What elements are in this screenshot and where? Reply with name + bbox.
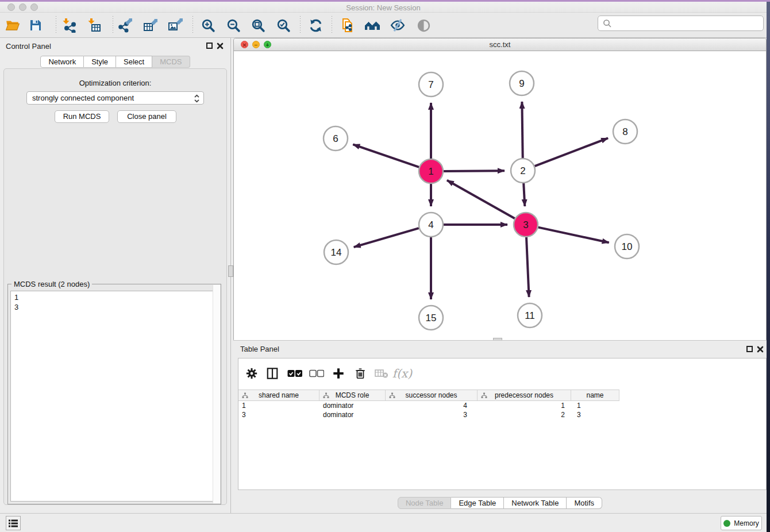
export-image-button[interactable] [167,17,183,33]
graph-node-10[interactable]: 10 [615,234,639,259]
graph-edge-2-8[interactable] [535,138,609,166]
graph-node-7[interactable]: 7 [419,72,443,97]
hide-selected-button[interactable] [390,17,406,33]
list-icon [8,519,18,528]
graph-edge-4-14[interactable] [354,228,419,247]
table-settings-button[interactable] [244,366,259,381]
first-neighbors-button[interactable] [364,17,380,33]
export-network-button[interactable] [117,17,133,33]
network-canvas[interactable]: 7968124314101511 [234,51,766,340]
graph-edge-3-11[interactable] [526,237,529,297]
save-session-button[interactable] [28,17,44,33]
column-header-MCDS-role[interactable]: MCDS role [319,390,386,400]
window-titlebar: Session: New Session [0,2,767,13]
column-header-shared-name[interactable]: shared name [238,390,319,400]
tab-network[interactable]: Network [40,56,84,68]
graph-node-2[interactable]: 2 [511,159,535,183]
control-panel-close-button[interactable] [217,43,224,49]
table-cell[interactable]: dominator [319,410,386,419]
table-cell[interactable]: 2 [478,410,571,419]
zoom-selected-button[interactable] [275,17,291,33]
deselect-all-button[interactable] [309,366,324,381]
graph-node-14[interactable]: 14 [324,240,348,264]
table-cell[interactable]: 1 [478,401,571,410]
column-header-predecessor-nodes[interactable]: predecessor nodes [478,390,571,400]
open-session-button[interactable] [5,17,21,33]
table-cell[interactable]: 1 [571,401,619,410]
select-all-button[interactable] [287,366,302,381]
import-table-icon [87,18,102,33]
graph-edge-3-10[interactable] [538,228,609,243]
import-table-button[interactable] [86,17,102,33]
graph-node-label: 4 [428,219,433,230]
zoom-in-button[interactable] [200,17,216,33]
select-columns-button[interactable] [265,366,280,381]
mcds-result-item[interactable]: 1 [14,292,214,302]
graph-node-15[interactable]: 15 [419,306,443,330]
duplicate-network-button[interactable] [340,17,356,33]
memory-status-dot [723,520,730,527]
save-icon [29,18,43,32]
graph-node-4[interactable]: 4 [419,213,443,237]
column-header-successor-nodes[interactable]: successor nodes [386,390,478,400]
table-header-row: shared nameMCDS rolesuccessor nodesprede… [238,390,619,401]
run-mcds-button[interactable]: Run MCDS [55,110,109,123]
graph-node-9[interactable]: 9 [510,71,534,95]
eye-slash-icon [390,18,405,33]
table-cell[interactable]: 1 [238,401,319,410]
column-header-name[interactable]: name [571,390,619,400]
import-network-icon [61,18,76,33]
graph-edge-3-1[interactable] [447,180,515,219]
table-cell[interactable]: 3 [571,410,619,419]
result-scrollbar[interactable] [213,285,220,503]
table-cell[interactable]: 4 [386,401,478,410]
graph-node-8[interactable]: 8 [613,119,637,144]
import-network-button[interactable] [61,17,77,33]
show-hidden-button[interactable] [415,17,432,33]
search-icon [603,19,612,28]
tab-node-table[interactable]: Node Table [398,497,452,509]
export-table-button[interactable] [143,17,159,33]
graph-edge-2-3[interactable] [523,183,525,206]
mcds-panel-body: Optimization criterion: strongly connect… [3,68,227,505]
network-window-title: scc.txt [234,40,766,49]
tab-mcds[interactable]: MCDS [152,56,190,68]
tab-select[interactable]: Select [116,56,152,68]
graph-edge-1-6[interactable] [353,144,419,167]
graph-edge-1-2[interactable] [444,171,505,171]
mcds-result-list[interactable]: 13 [10,291,218,502]
tab-network-table[interactable]: Network Table [504,497,567,509]
export-table-icon [143,18,158,33]
search-field[interactable] [598,16,764,31]
tab-style[interactable]: Style [84,56,116,68]
graph-edge-2-9[interactable] [522,102,522,158]
search-input[interactable] [615,16,763,30]
zoom-out-button[interactable] [225,17,241,33]
graph-node-6[interactable]: 6 [324,126,348,151]
control-panel-float-button[interactable] [206,43,213,49]
delete-column-button[interactable] [353,366,368,381]
table-cell[interactable]: 3 [238,410,319,419]
add-column-button[interactable] [331,366,346,381]
table-cell[interactable]: 3 [386,410,478,419]
tab-motifs[interactable]: Motifs [567,497,602,509]
mcds-result-title: MCDS result (2 nodes) [11,280,92,288]
task-history-button[interactable] [6,516,21,530]
unchecked-boxes-icon [309,369,324,377]
network-window-titlebar[interactable]: ✕ − + scc.txt [234,38,766,51]
refresh-layout-button[interactable] [307,17,324,33]
close-panel-button[interactable]: Close panel [117,110,176,123]
zoom-fit-button[interactable] [250,17,266,33]
table-cell[interactable]: dominator [319,401,386,410]
network-graph[interactable]: 7968124314101511 [234,51,766,340]
graph-node-3[interactable]: 3 [514,213,538,237]
criterion-dropdown[interactable]: strongly connected component [26,91,204,105]
graph-node-11[interactable]: 11 [518,303,542,327]
graph-node-1[interactable]: 1 [419,159,443,183]
tab-edge-table[interactable]: Edge Table [451,497,504,509]
mcds-result-item[interactable]: 3 [14,302,214,312]
table-panel-close-button[interactable] [757,346,764,353]
zoom-in-icon [201,18,215,33]
memory-button[interactable]: Memory [721,516,762,530]
table-panel-float-button[interactable] [746,346,753,352]
